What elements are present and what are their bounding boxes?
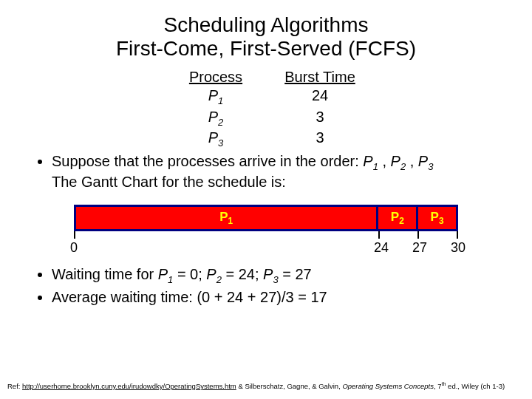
gantt-cell-p3: P3: [418, 205, 458, 231]
process-table: Process Burst Time P1 24 P2 3 P3 3: [37, 68, 495, 149]
slide-body: Process Burst Time P1 24 P2 3 P3 3: [37, 68, 495, 306]
col-header-burst: Burst Time: [270, 68, 370, 86]
title-line1: Scheduling Algorithms: [163, 13, 368, 36]
table-row: P1 24: [162, 86, 370, 107]
gantt-ticks: [74, 231, 458, 239]
gantt-axis-labels: 0 24 27 30: [74, 239, 458, 255]
footer-link: http://userhome.brooklyn.cuny.edu/irudow…: [22, 382, 236, 390]
gantt-cell-p2: P2: [378, 205, 418, 231]
gantt-cell-p1: P1: [74, 205, 378, 231]
footer-citation: Ref: http://userhome.brooklyn.cuny.edu/i…: [7, 381, 525, 390]
bullet-avg-wait: Average waiting time: (0 + 24 + 27)/3 = …: [52, 288, 495, 307]
table-row: P3 3: [162, 129, 370, 149]
slide-title: Scheduling Algorithms First-Come, First-…: [0, 13, 532, 61]
table-row: P2 3: [162, 108, 370, 129]
bullet-waiting-times: Waiting time for P1 = 0; P2 = 24; P3 = 2…: [52, 265, 495, 286]
gantt-chart: P1 P2 P3 0 24 27 30: [74, 205, 458, 255]
bullet-arrival-order: Suppose that the processes arrive in the…: [52, 152, 495, 191]
col-header-process: Process: [162, 68, 270, 86]
title-line2: First-Come, First-Served (FCFS): [116, 37, 416, 60]
